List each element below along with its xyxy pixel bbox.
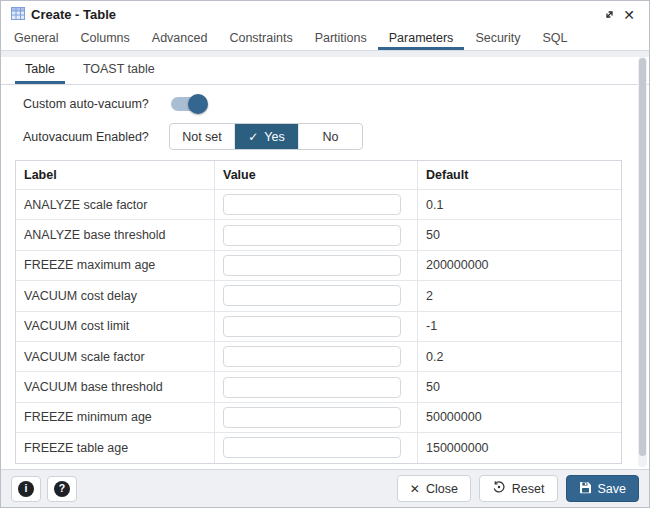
- table-row: FREEZE minimum age50000000: [16, 402, 621, 432]
- param-value-cell: [214, 372, 417, 401]
- tab-advanced[interactable]: Advanced: [141, 28, 219, 50]
- autovacuum-enabled-segmented: Not set✓YesNo: [169, 123, 363, 150]
- vertical-scrollbar[interactable]: [638, 57, 647, 467]
- param-default: 50: [417, 220, 623, 249]
- column-header-label: Label: [16, 161, 214, 189]
- subtab-table[interactable]: Table: [15, 57, 65, 84]
- param-value-cell: [214, 433, 417, 462]
- reset-icon: [492, 480, 506, 497]
- table-row: VACUUM base threshold50: [16, 371, 621, 401]
- table-header-row: LabelValueDefault: [16, 161, 621, 189]
- custom-autovacuum-label: Custom auto-vacuum?: [23, 97, 169, 111]
- custom-autovacuum-row: Custom auto-vacuum?: [1, 88, 649, 119]
- close-icon[interactable]: ✕: [619, 5, 639, 25]
- dialog-footer: i ? ✕ Close Reset: [1, 469, 649, 507]
- param-value-cell: [214, 251, 417, 280]
- tab-parameters[interactable]: Parameters: [378, 28, 465, 50]
- param-label: VACUUM cost limit: [16, 312, 214, 341]
- segment-label: Yes: [264, 130, 284, 144]
- param-value-input[interactable]: [223, 346, 401, 367]
- param-value-input[interactable]: [223, 437, 401, 458]
- table-row: FREEZE table age150000000: [16, 432, 621, 462]
- table-row: FREEZE maximum age200000000: [16, 250, 621, 280]
- maximize-icon[interactable]: [599, 5, 619, 25]
- param-default: -1: [417, 312, 623, 341]
- create-table-dialog: Create - Table ✕ GeneralColumnsAdvancedC…: [0, 0, 650, 508]
- table-row: ANALYZE scale factor0.1: [16, 189, 621, 219]
- segment-label: Not set: [182, 130, 222, 144]
- param-value-input[interactable]: [223, 316, 401, 337]
- scrollbar-thumb[interactable]: [639, 58, 646, 456]
- info-button[interactable]: i: [11, 476, 41, 502]
- param-label: ANALYZE scale factor: [16, 190, 214, 219]
- param-value-input[interactable]: [223, 377, 401, 398]
- reset-button[interactable]: Reset: [479, 475, 558, 502]
- autovacuum-enabled-row: Autovacuum Enabled? Not set✓YesNo: [1, 119, 649, 154]
- param-value-cell: [214, 190, 417, 219]
- param-value-cell: [214, 281, 417, 310]
- segment-no[interactable]: No: [298, 124, 362, 149]
- table-row: VACUUM cost limit-1: [16, 311, 621, 341]
- param-label: FREEZE maximum age: [16, 251, 214, 280]
- tab-general[interactable]: General: [3, 28, 69, 50]
- check-icon: ✓: [248, 130, 258, 144]
- param-value-input[interactable]: [223, 194, 401, 215]
- param-value-cell: [214, 220, 417, 249]
- autovacuum-enabled-label: Autovacuum Enabled?: [23, 130, 169, 144]
- column-header-value: Value: [214, 161, 417, 189]
- tab-partitions[interactable]: Partitions: [304, 28, 378, 50]
- param-default: 200000000: [417, 251, 623, 280]
- table-row: ANALYZE base threshold50: [16, 219, 621, 249]
- save-icon: [579, 481, 592, 497]
- help-icon: ?: [54, 481, 70, 497]
- param-value-input[interactable]: [223, 285, 401, 306]
- param-value-cell: [214, 342, 417, 371]
- save-button-label: Save: [598, 482, 627, 496]
- table-row: VACUUM scale factor0.2: [16, 341, 621, 371]
- param-default: 0.1: [417, 190, 623, 219]
- param-label: VACUUM cost delay: [16, 281, 214, 310]
- table-row: VACUUM cost delay2: [16, 280, 621, 310]
- param-label: ANALYZE base threshold: [16, 220, 214, 249]
- custom-autovacuum-toggle[interactable]: [171, 97, 205, 111]
- param-default: 0.2: [417, 342, 623, 371]
- segment-not-set[interactable]: Not set: [170, 124, 234, 149]
- param-label: VACUUM base threshold: [16, 372, 214, 401]
- segment-yes[interactable]: ✓Yes: [234, 124, 298, 149]
- toggle-thumb: [188, 94, 208, 114]
- table-icon: [11, 6, 25, 24]
- window-title: Create - Table: [31, 7, 116, 22]
- close-x-icon: ✕: [410, 482, 420, 496]
- param-label: FREEZE minimum age: [16, 403, 214, 432]
- save-button[interactable]: Save: [566, 475, 640, 502]
- tab-security[interactable]: Security: [464, 28, 531, 50]
- param-value-cell: [214, 403, 417, 432]
- reset-button-label: Reset: [512, 482, 545, 496]
- param-value-input[interactable]: [223, 407, 401, 428]
- segment-label: No: [323, 130, 339, 144]
- param-value-cell: [214, 312, 417, 341]
- tab-columns[interactable]: Columns: [69, 28, 140, 50]
- tab-constraints[interactable]: Constraints: [218, 28, 303, 50]
- param-default: 50: [417, 372, 623, 401]
- close-button-label: Close: [426, 482, 458, 496]
- dialog-tabbar: GeneralColumnsAdvancedConstraintsPartiti…: [1, 28, 649, 51]
- param-default: 2: [417, 281, 623, 310]
- parameters-table: LabelValueDefaultANALYZE scale factor0.1…: [15, 160, 622, 464]
- param-value-input[interactable]: [223, 225, 401, 246]
- param-default: 50000000: [417, 403, 623, 432]
- column-header-default: Default: [417, 161, 623, 189]
- close-button[interactable]: ✕ Close: [397, 475, 471, 502]
- info-icon: i: [18, 481, 34, 497]
- param-value-input[interactable]: [223, 255, 401, 276]
- tab-sql[interactable]: SQL: [532, 28, 579, 50]
- param-label: VACUUM scale factor: [16, 342, 214, 371]
- parameters-subtabs: TableTOAST table: [1, 57, 649, 85]
- titlebar: Create - Table ✕: [1, 1, 649, 28]
- param-default: 150000000: [417, 433, 623, 462]
- help-button[interactable]: ?: [47, 476, 77, 502]
- parameters-panel: TableTOAST table Custom auto-vacuum? Aut…: [1, 51, 649, 469]
- param-label: FREEZE table age: [16, 433, 214, 462]
- subtab-toast-table[interactable]: TOAST table: [73, 57, 165, 84]
